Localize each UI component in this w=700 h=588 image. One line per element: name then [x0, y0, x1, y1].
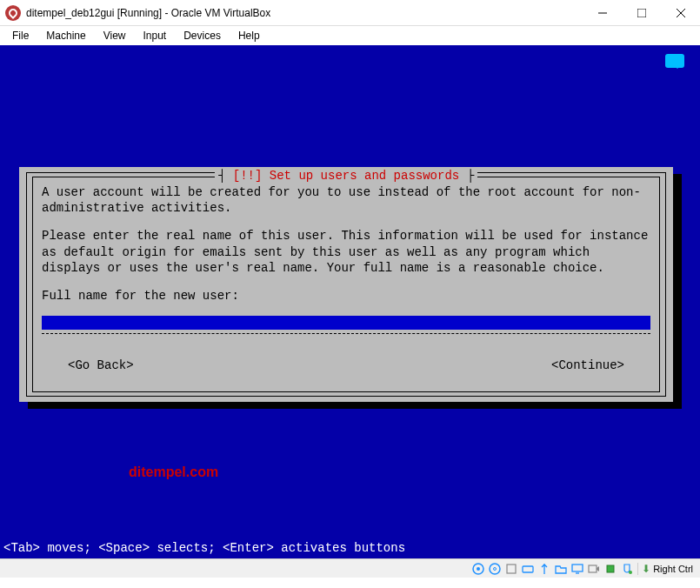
- usb-icon[interactable]: [537, 562, 551, 576]
- statusbar: ⬇ Right Ctrl: [0, 558, 700, 578]
- virtualbox-icon: [5, 5, 21, 21]
- menu-help[interactable]: Help: [231, 28, 267, 43]
- menubar: File Machine View Input Devices Help: [0, 26, 700, 45]
- watermark: ditempel.com: [129, 464, 218, 480]
- dialog-text-1: A user account will be created for you t…: [42, 184, 650, 216]
- display-icon[interactable]: [570, 562, 584, 576]
- menu-devices[interactable]: Devices: [177, 28, 228, 43]
- dialog-title: ┤ [!!] Set up users and passwords ├: [215, 169, 477, 183]
- svg-rect-13: [607, 565, 614, 572]
- window-titlebar: ditempel_deb12gui [Running] - Oracle VM …: [0, 0, 700, 26]
- installer-dialog: ┤ [!!] Set up users and passwords ├ A us…: [19, 167, 673, 402]
- fullname-input[interactable]: [42, 316, 650, 330]
- recording-icon[interactable]: [586, 562, 601, 576]
- audio-icon[interactable]: [503, 562, 518, 576]
- svg-rect-9: [523, 566, 533, 572]
- go-back-button[interactable]: <Go Back>: [68, 357, 134, 373]
- svg-rect-10: [572, 565, 583, 571]
- svg-rect-1: [637, 9, 646, 17]
- network-icon[interactable]: [520, 562, 535, 576]
- svg-point-14: [629, 571, 632, 574]
- continue-button[interactable]: <Continue>: [551, 357, 624, 373]
- dialog-prompt: Full name for the new user:: [42, 288, 650, 304]
- close-button[interactable]: [661, 0, 700, 25]
- svg-point-5: [477, 567, 480, 571]
- window-controls: [583, 0, 700, 25]
- mouse-integration-icon[interactable]: [619, 562, 634, 576]
- guest-screen: ┤ [!!] Set up users and passwords ├ A us…: [0, 45, 700, 558]
- svg-rect-12: [589, 565, 597, 572]
- menu-machine[interactable]: Machine: [39, 28, 92, 43]
- svg-point-6: [490, 564, 500, 574]
- keyboard-hint: <Tab> moves; <Space> selects; <Enter> ac…: [3, 541, 405, 555]
- dialog-text-2: Please enter the real name of this user.…: [42, 228, 650, 276]
- svg-rect-8: [507, 565, 516, 573]
- notification-icon[interactable]: [665, 54, 684, 68]
- optical-drive-icon[interactable]: [487, 562, 502, 576]
- hard-disk-icon[interactable]: [470, 562, 485, 576]
- window-title: ditempel_deb12gui [Running] - Oracle VM …: [26, 7, 583, 19]
- menu-file[interactable]: File: [5, 28, 36, 43]
- svg-point-7: [493, 567, 496, 570]
- menu-view[interactable]: View: [97, 28, 133, 43]
- host-key-arrow-icon: ⬇: [642, 563, 650, 575]
- minimize-button[interactable]: [583, 0, 622, 25]
- maximize-button[interactable]: [622, 0, 661, 25]
- host-key-indicator[interactable]: ⬇ Right Ctrl: [637, 563, 697, 575]
- menu-input[interactable]: Input: [137, 28, 174, 43]
- cpu-icon[interactable]: [603, 562, 617, 576]
- shared-folders-icon[interactable]: [553, 562, 568, 576]
